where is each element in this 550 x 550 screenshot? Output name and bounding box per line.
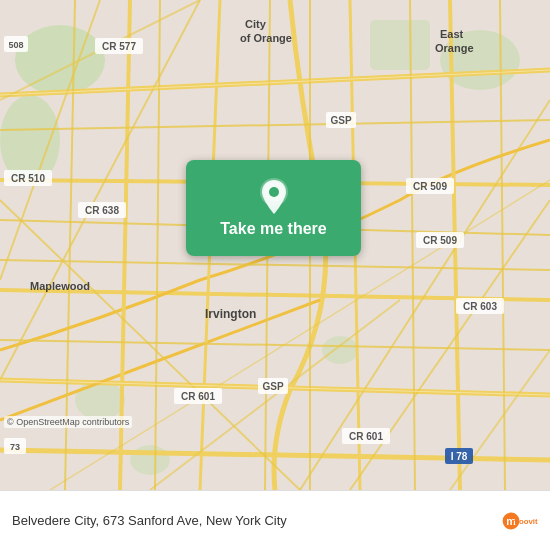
svg-point-6 bbox=[130, 445, 170, 475]
take-me-there-label: Take me there bbox=[220, 220, 326, 238]
svg-text:CR 510: CR 510 bbox=[11, 173, 45, 184]
map-attribution: © OpenStreetMap contributors bbox=[4, 416, 132, 428]
svg-text:GSP: GSP bbox=[262, 381, 283, 392]
location-pin-icon bbox=[258, 178, 290, 216]
svg-text:CR 509: CR 509 bbox=[423, 235, 457, 246]
svg-text:East: East bbox=[440, 28, 464, 40]
moovit-logo: m moovit bbox=[502, 503, 538, 539]
svg-text:Maplewood: Maplewood bbox=[30, 280, 90, 292]
svg-text:CR 509: CR 509 bbox=[413, 181, 447, 192]
svg-text:GSP: GSP bbox=[330, 115, 351, 126]
svg-rect-4 bbox=[370, 20, 430, 70]
address-text: Belvedere City, 673 Sanford Ave, New Yor… bbox=[12, 513, 502, 528]
svg-point-5 bbox=[75, 380, 125, 420]
svg-text:CR 577: CR 577 bbox=[102, 41, 136, 52]
take-me-there-button[interactable]: Take me there bbox=[186, 160, 361, 256]
svg-text:City: City bbox=[245, 18, 267, 30]
moovit-logo-svg: m moovit bbox=[502, 503, 538, 539]
svg-text:Orange: Orange bbox=[435, 42, 474, 54]
svg-text:CR 601: CR 601 bbox=[349, 431, 383, 442]
svg-text:of Orange: of Orange bbox=[240, 32, 292, 44]
svg-point-7 bbox=[322, 336, 358, 364]
svg-text:Irvington: Irvington bbox=[205, 307, 256, 321]
svg-text:I 78: I 78 bbox=[451, 451, 468, 462]
svg-point-1 bbox=[15, 25, 105, 95]
svg-text:73: 73 bbox=[10, 442, 20, 452]
svg-point-72 bbox=[269, 187, 279, 197]
svg-text:CR 603: CR 603 bbox=[463, 301, 497, 312]
svg-text:508: 508 bbox=[8, 40, 23, 50]
svg-text:CR 601: CR 601 bbox=[181, 391, 215, 402]
map-container: CR 577 508 CR 510 CR 638 Maplewood Irvin… bbox=[0, 0, 550, 490]
svg-text:CR 638: CR 638 bbox=[85, 205, 119, 216]
svg-text:moovit: moovit bbox=[512, 517, 538, 526]
bottom-bar: Belvedere City, 673 Sanford Ave, New Yor… bbox=[0, 490, 550, 550]
